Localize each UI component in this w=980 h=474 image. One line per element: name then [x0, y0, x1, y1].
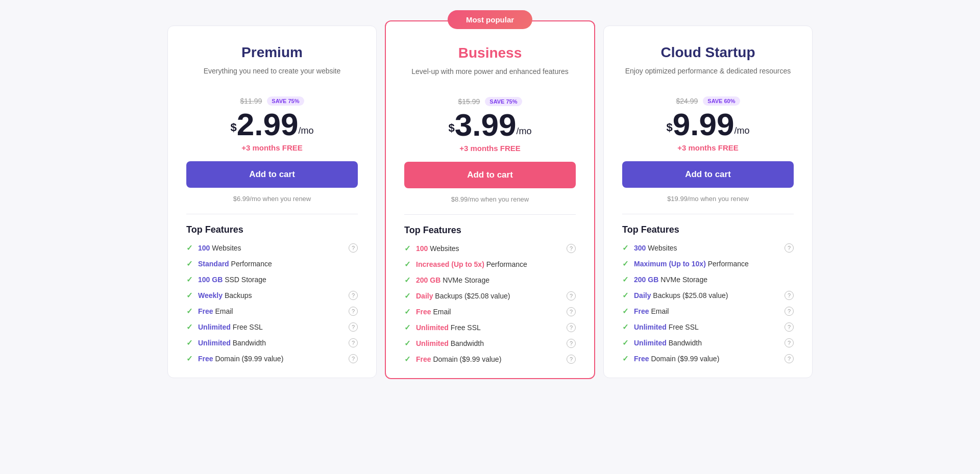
- pricing-wrapper: PremiumEverything you need to create you…: [163, 10, 817, 379]
- feature-item-premium-6: ✓ Unlimited Bandwidth ?: [186, 338, 358, 347]
- feature-item-business-4: ✓ Free Email ?: [404, 307, 576, 316]
- feature-left-business-7: ✓ Free Domain ($9.99 value): [404, 355, 501, 364]
- top-features-title-premium: Top Features: [186, 224, 358, 235]
- price-amount-cloud-startup: 9.99: [673, 109, 734, 140]
- feature-list-cloud-startup: ✓ 300 Websites ? ✓ Maximum (Up to 10x) P…: [622, 243, 794, 363]
- feature-left-cloud-startup-5: ✓ Unlimited Free SSL: [622, 322, 699, 332]
- check-icon-premium-1: ✓: [186, 259, 193, 268]
- feature-left-business-2: ✓ 200 GB NVMe Storage: [404, 276, 489, 285]
- save-badge-business: SAVE 75%: [485, 97, 522, 106]
- plan-desc-premium: Everything you need to create your websi…: [186, 66, 358, 87]
- info-icon-business-0[interactable]: ?: [567, 244, 576, 253]
- feature-bold-premium-2: 100 GB: [198, 276, 223, 284]
- feature-left-cloud-startup-3: ✓ Daily Backups ($25.08 value): [622, 291, 728, 300]
- feature-bold-cloud-startup-5: Unlimited: [634, 323, 667, 331]
- info-icon-business-7[interactable]: ?: [567, 355, 576, 364]
- free-months-cloud-startup: +3 months FREE: [622, 143, 794, 152]
- feature-left-business-3: ✓ Daily Backups ($25.08 value): [404, 291, 510, 301]
- divider-cloud-startup: [622, 214, 794, 214]
- feature-text-premium-1: Standard Performance: [198, 260, 272, 268]
- feature-item-cloud-startup-6: ✓ Unlimited Bandwidth ?: [622, 338, 794, 347]
- price-row-business: $15.99 SAVE 75%: [404, 97, 576, 106]
- top-features-title-business: Top Features: [404, 225, 576, 236]
- feature-bold-business-5: Unlimited: [416, 323, 449, 332]
- original-price-business: $15.99: [458, 97, 480, 106]
- feature-item-cloud-startup-7: ✓ Free Domain ($9.99 value) ?: [622, 354, 794, 363]
- feature-item-premium-4: ✓ Free Email ?: [186, 307, 358, 316]
- feature-left-business-5: ✓ Unlimited Free SSL: [404, 323, 481, 332]
- renew-text-business: $8.99/mo when you renew: [404, 195, 576, 203]
- feature-left-business-4: ✓ Free Email: [404, 307, 451, 316]
- feature-text-premium-4: Free Email: [198, 307, 233, 315]
- price-display-cloud-startup: $ 9.99 /mo: [622, 109, 794, 140]
- feature-text-premium-2: 100 GB SSD Storage: [198, 276, 266, 284]
- price-dollar-business: $: [449, 121, 455, 135]
- info-icon-cloud-startup-7[interactable]: ?: [785, 354, 794, 363]
- info-icon-cloud-startup-5[interactable]: ?: [785, 322, 794, 332]
- plan-title-premium: Premium: [186, 44, 358, 61]
- feature-text-cloud-startup-4: Free Email: [634, 307, 669, 315]
- info-icon-cloud-startup-0[interactable]: ?: [785, 243, 794, 253]
- add-to-cart-button-business[interactable]: Add to cart: [404, 162, 576, 188]
- info-icon-premium-6[interactable]: ?: [349, 338, 358, 347]
- feature-left-cloud-startup-4: ✓ Free Email: [622, 307, 669, 316]
- check-icon-cloud-startup-3: ✓: [622, 291, 629, 300]
- feature-bold-cloud-startup-4: Free: [634, 307, 649, 315]
- feature-left-premium-7: ✓ Free Domain ($9.99 value): [186, 354, 283, 363]
- feature-item-business-7: ✓ Free Domain ($9.99 value) ?: [404, 355, 576, 364]
- feature-text-cloud-startup-6: Unlimited Bandwidth: [634, 339, 702, 347]
- check-icon-cloud-startup-0: ✓: [622, 243, 629, 253]
- info-icon-business-6[interactable]: ?: [567, 339, 576, 348]
- add-to-cart-button-cloud-startup[interactable]: Add to cart: [622, 161, 794, 188]
- feature-bold-cloud-startup-1: Maximum (Up to 10x): [634, 260, 706, 268]
- info-icon-premium-7[interactable]: ?: [349, 354, 358, 363]
- info-icon-business-4[interactable]: ?: [567, 307, 576, 316]
- add-to-cart-button-premium[interactable]: Add to cart: [186, 161, 358, 188]
- feature-left-cloud-startup-2: ✓ 200 GB NVMe Storage: [622, 275, 707, 284]
- feature-bold-business-7: Free: [416, 355, 431, 363]
- price-dollar-premium: $: [231, 121, 237, 134]
- feature-left-business-6: ✓ Unlimited Bandwidth: [404, 339, 484, 348]
- feature-item-premium-5: ✓ Unlimited Free SSL ?: [186, 322, 358, 332]
- feature-item-business-6: ✓ Unlimited Bandwidth ?: [404, 339, 576, 348]
- feature-item-premium-2: ✓ 100 GB SSD Storage: [186, 275, 358, 284]
- free-months-premium: +3 months FREE: [186, 143, 358, 152]
- feature-text-business-4: Free Email: [416, 308, 451, 316]
- divider-business: [404, 214, 576, 215]
- check-icon-cloud-startup-7: ✓: [622, 354, 629, 363]
- plan-card-cloud-startup: Cloud StartupEnjoy optimized performance…: [603, 26, 813, 378]
- feature-item-business-0: ✓ 100 Websites ?: [404, 244, 576, 253]
- original-price-cloud-startup: $24.99: [676, 97, 698, 105]
- feature-bold-business-3: Daily: [416, 292, 433, 300]
- feature-bold-premium-7: Free: [198, 355, 213, 363]
- info-icon-premium-4[interactable]: ?: [349, 307, 358, 316]
- info-icon-premium-0[interactable]: ?: [349, 243, 358, 253]
- original-price-premium: $11.99: [240, 97, 262, 105]
- feature-bold-business-6: Unlimited: [416, 339, 449, 347]
- save-badge-cloud-startup: SAVE 60%: [703, 96, 740, 106]
- info-icon-business-5[interactable]: ?: [567, 323, 576, 332]
- info-icon-cloud-startup-6[interactable]: ?: [785, 338, 794, 347]
- check-icon-business-5: ✓: [404, 323, 411, 332]
- feature-left-premium-6: ✓ Unlimited Bandwidth: [186, 338, 266, 347]
- feature-left-cloud-startup-1: ✓ Maximum (Up to 10x) Performance: [622, 259, 749, 268]
- feature-bold-premium-6: Unlimited: [198, 339, 231, 347]
- price-mo-cloud-startup: /mo: [734, 126, 749, 136]
- feature-bold-cloud-startup-6: Unlimited: [634, 339, 667, 347]
- info-icon-cloud-startup-3[interactable]: ?: [785, 291, 794, 300]
- feature-item-business-2: ✓ 200 GB NVMe Storage: [404, 276, 576, 285]
- feature-bold-business-2: 200 GB: [416, 276, 440, 284]
- feature-text-cloud-startup-0: 300 Websites: [634, 244, 677, 252]
- info-icon-premium-3[interactable]: ?: [349, 291, 358, 300]
- check-icon-premium-3: ✓: [186, 291, 193, 300]
- feature-item-cloud-startup-1: ✓ Maximum (Up to 10x) Performance: [622, 259, 794, 268]
- info-icon-premium-5[interactable]: ?: [349, 322, 358, 332]
- info-icon-cloud-startup-4[interactable]: ?: [785, 307, 794, 316]
- check-icon-premium-0: ✓: [186, 243, 193, 253]
- feature-list-premium: ✓ 100 Websites ? ✓ Standard Performance …: [186, 243, 358, 363]
- check-icon-premium-2: ✓: [186, 275, 193, 284]
- most-popular-badge: Most popular: [448, 10, 532, 29]
- info-icon-business-3[interactable]: ?: [567, 291, 576, 301]
- price-amount-premium: 2.99: [237, 109, 299, 140]
- feature-item-business-3: ✓ Daily Backups ($25.08 value) ?: [404, 291, 576, 301]
